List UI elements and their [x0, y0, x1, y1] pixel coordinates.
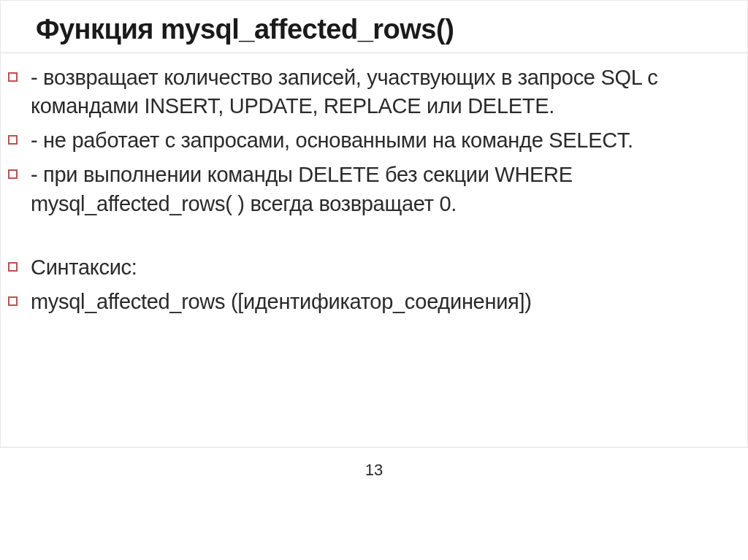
page-number: 13: [0, 461, 748, 480]
bullet-text: mysql_affected_rows ([идентификатор_соед…: [31, 288, 532, 316]
bullet-item: mysql_affected_rows ([идентификатор_соед…: [8, 288, 733, 316]
bullet-item: - при выполнении команды DELETE без секц…: [8, 161, 733, 218]
square-bullet-icon: [8, 296, 18, 306]
title-section: Функция mysql_affected_rows(): [0, 0, 748, 53]
bullet-item: Синтаксис:: [8, 253, 733, 282]
bullet-item: - не работает с запросами, основанными н…: [8, 126, 733, 155]
slide-title: Функция mysql_affected_rows(): [36, 14, 733, 45]
square-bullet-icon: [8, 262, 18, 272]
content-section: - возвращает количество записей, участву…: [0, 53, 748, 448]
bullet-text: Синтаксис:: [31, 253, 137, 282]
bullet-item: - возвращает количество записей, участву…: [8, 64, 733, 120]
square-bullet-icon: [8, 169, 18, 179]
bullet-text: - возвращает количество записей, участву…: [31, 64, 733, 120]
bullet-text: - не работает с запросами, основанными н…: [31, 126, 633, 155]
square-bullet-icon: [8, 72, 18, 82]
bullet-text: - при выполнении команды DELETE без секц…: [31, 161, 733, 218]
square-bullet-icon: [8, 135, 18, 145]
slide: Функция mysql_affected_rows() - возвраща…: [0, 0, 748, 560]
spacer: [8, 224, 733, 253]
